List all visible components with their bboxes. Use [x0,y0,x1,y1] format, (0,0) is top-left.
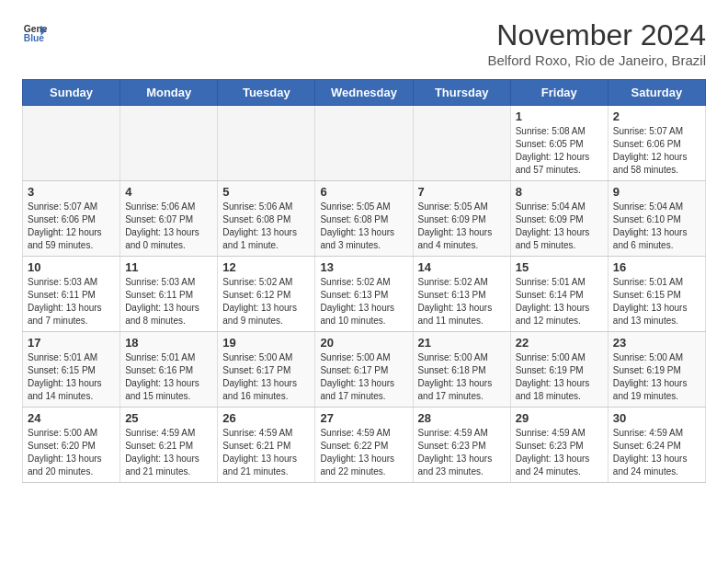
weekday-header-sunday: Sunday [23,80,120,106]
week-row-4: 17 Sunrise: 5:01 AMSunset: 6:15 PMDaylig… [23,332,706,408]
calendar-cell: 3 Sunrise: 5:07 AMSunset: 6:06 PMDayligh… [23,181,120,257]
day-info: Sunrise: 5:04 AMSunset: 6:09 PMDaylight:… [516,201,603,252]
day-number: 3 [28,185,115,199]
day-number: 28 [418,411,506,425]
calendar-cell: 10 Sunrise: 5:03 AMSunset: 6:11 PMDaylig… [23,257,120,332]
calendar-table: SundayMondayTuesdayWednesdayThursdayFrid… [22,79,706,483]
day-number: 15 [516,260,603,274]
calendar-cell [120,106,218,181]
calendar-cell: 13 Sunrise: 5:02 AMSunset: 6:13 PMDaylig… [315,257,413,332]
calendar-cell: 18 Sunrise: 5:01 AMSunset: 6:16 PMDaylig… [120,332,218,408]
day-number: 29 [516,411,603,425]
calendar-cell [23,106,120,181]
day-info: Sunrise: 5:08 AMSunset: 6:05 PMDaylight:… [516,125,603,177]
day-info: Sunrise: 5:00 AMSunset: 6:18 PMDaylight:… [418,351,506,403]
week-row-2: 3 Sunrise: 5:07 AMSunset: 6:06 PMDayligh… [23,181,706,257]
calendar-cell: 22 Sunrise: 5:00 AMSunset: 6:19 PMDaylig… [510,332,608,408]
day-info: Sunrise: 4:59 AMSunset: 6:22 PMDaylight:… [320,427,407,478]
logo: General Blue [22,18,48,44]
calendar-cell: 2 Sunrise: 5:07 AMSunset: 6:06 PMDayligh… [608,106,705,181]
day-info: Sunrise: 4:59 AMSunset: 6:21 PMDaylight:… [125,427,212,478]
calendar-cell: 21 Sunrise: 5:00 AMSunset: 6:18 PMDaylig… [413,332,510,408]
calendar-cell: 17 Sunrise: 5:01 AMSunset: 6:15 PMDaylig… [23,332,120,408]
weekday-header-saturday: Saturday [608,80,705,106]
calendar-cell: 9 Sunrise: 5:04 AMSunset: 6:10 PMDayligh… [608,181,705,257]
day-info: Sunrise: 5:00 AMSunset: 6:20 PMDaylight:… [28,427,115,478]
day-info: Sunrise: 5:00 AMSunset: 6:19 PMDaylight:… [613,351,700,403]
calendar-cell: 6 Sunrise: 5:05 AMSunset: 6:08 PMDayligh… [315,181,413,257]
day-number: 10 [28,260,115,274]
day-number: 13 [320,260,407,274]
day-number: 30 [613,411,700,425]
day-number: 24 [28,411,115,425]
day-info: Sunrise: 5:00 AMSunset: 6:17 PMDaylight:… [320,351,407,403]
calendar-cell: 8 Sunrise: 5:04 AMSunset: 6:09 PMDayligh… [510,181,608,257]
day-info: Sunrise: 4:59 AMSunset: 6:24 PMDaylight:… [613,427,700,478]
day-info: Sunrise: 5:03 AMSunset: 6:11 PMDaylight:… [125,276,212,327]
day-number: 16 [613,260,700,274]
day-info: Sunrise: 5:01 AMSunset: 6:15 PMDaylight:… [613,276,700,327]
day-info: Sunrise: 5:06 AMSunset: 6:08 PMDaylight:… [222,201,310,252]
day-info: Sunrise: 4:59 AMSunset: 6:23 PMDaylight:… [418,427,506,478]
day-info: Sunrise: 5:01 AMSunset: 6:16 PMDaylight:… [125,351,212,403]
day-info: Sunrise: 5:00 AMSunset: 6:17 PMDaylight:… [222,351,310,403]
day-number: 8 [516,185,603,199]
week-row-1: 1 Sunrise: 5:08 AMSunset: 6:05 PMDayligh… [23,106,706,181]
day-number: 18 [125,336,212,350]
week-row-5: 24 Sunrise: 5:00 AMSunset: 6:20 PMDaylig… [23,408,706,483]
day-number: 7 [418,185,506,199]
day-number: 27 [320,411,407,425]
calendar-cell: 14 Sunrise: 5:02 AMSunset: 6:13 PMDaylig… [413,257,510,332]
day-number: 9 [613,185,700,199]
calendar-cell: 1 Sunrise: 5:08 AMSunset: 6:05 PMDayligh… [510,106,608,181]
logo-icon: General Blue [22,18,48,44]
day-number: 1 [516,109,603,123]
day-number: 23 [613,336,700,350]
day-info: Sunrise: 4:59 AMSunset: 6:23 PMDaylight:… [516,427,603,478]
calendar-cell: 27 Sunrise: 4:59 AMSunset: 6:22 PMDaylig… [315,408,413,483]
calendar-cell: 19 Sunrise: 5:00 AMSunset: 6:17 PMDaylig… [218,332,315,408]
weekday-header-row: SundayMondayTuesdayWednesdayThursdayFrid… [23,80,706,106]
calendar-cell: 29 Sunrise: 4:59 AMSunset: 6:23 PMDaylig… [510,408,608,483]
day-number: 6 [320,185,407,199]
calendar-cell: 23 Sunrise: 5:00 AMSunset: 6:19 PMDaylig… [608,332,705,408]
day-number: 4 [125,185,212,199]
day-info: Sunrise: 5:01 AMSunset: 6:14 PMDaylight:… [516,276,603,327]
weekday-header-monday: Monday [120,80,218,106]
day-number: 22 [516,336,603,350]
calendar-cell: 24 Sunrise: 5:00 AMSunset: 6:20 PMDaylig… [23,408,120,483]
day-number: 26 [222,411,310,425]
calendar-cell: 26 Sunrise: 4:59 AMSunset: 6:21 PMDaylig… [218,408,315,483]
calendar-title: November 2024 [487,18,706,52]
calendar-cell [413,106,510,181]
day-number: 20 [320,336,407,350]
day-info: Sunrise: 5:03 AMSunset: 6:11 PMDaylight:… [28,276,115,327]
day-info: Sunrise: 5:02 AMSunset: 6:13 PMDaylight:… [418,276,506,327]
calendar-cell: 15 Sunrise: 5:01 AMSunset: 6:14 PMDaylig… [510,257,608,332]
day-info: Sunrise: 5:06 AMSunset: 6:07 PMDaylight:… [125,201,212,252]
calendar-cell [218,106,315,181]
day-info: Sunrise: 5:04 AMSunset: 6:10 PMDaylight:… [613,201,700,252]
day-number: 11 [125,260,212,274]
page-header: General Blue November 2024 Belford Roxo,… [22,18,706,68]
calendar-cell: 4 Sunrise: 5:06 AMSunset: 6:07 PMDayligh… [120,181,218,257]
day-number: 14 [418,260,506,274]
calendar-cell: 20 Sunrise: 5:00 AMSunset: 6:17 PMDaylig… [315,332,413,408]
day-info: Sunrise: 5:07 AMSunset: 6:06 PMDaylight:… [613,125,700,177]
calendar-cell: 5 Sunrise: 5:06 AMSunset: 6:08 PMDayligh… [218,181,315,257]
weekday-header-thursday: Thursday [413,80,510,106]
day-info: Sunrise: 5:02 AMSunset: 6:13 PMDaylight:… [320,276,407,327]
day-number: 17 [28,336,115,350]
calendar-cell: 28 Sunrise: 4:59 AMSunset: 6:23 PMDaylig… [413,408,510,483]
day-info: Sunrise: 4:59 AMSunset: 6:21 PMDaylight:… [222,427,310,478]
day-number: 25 [125,411,212,425]
weekday-header-tuesday: Tuesday [218,80,315,106]
calendar-cell: 30 Sunrise: 4:59 AMSunset: 6:24 PMDaylig… [608,408,705,483]
day-number: 2 [613,109,700,123]
day-info: Sunrise: 5:00 AMSunset: 6:19 PMDaylight:… [516,351,603,403]
day-number: 5 [222,185,310,199]
title-section: November 2024 Belford Roxo, Rio de Janei… [487,18,706,68]
day-info: Sunrise: 5:07 AMSunset: 6:06 PMDaylight:… [28,201,115,252]
weekday-header-friday: Friday [510,80,608,106]
calendar-cell: 16 Sunrise: 5:01 AMSunset: 6:15 PMDaylig… [608,257,705,332]
